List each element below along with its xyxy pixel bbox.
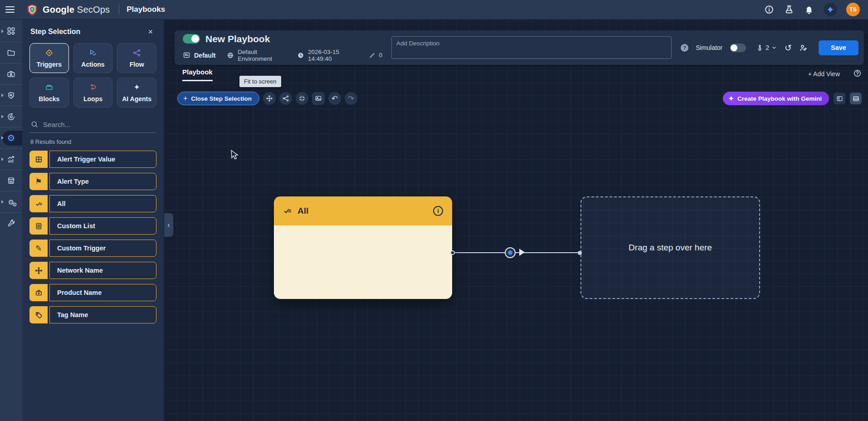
category-actions[interactable]: Actions: [73, 43, 113, 73]
nav-item-apps[interactable]: [0, 20, 22, 42]
playbook-run-count: 0: [379, 52, 383, 59]
help-button[interactable]: [853, 69, 862, 78]
chart-icon: [7, 155, 15, 164]
version-selector[interactable]: 2: [756, 44, 777, 52]
undo-icon: ↶: [332, 95, 338, 103]
top-app-bar: Google SecOps Playbooks TS: [0, 0, 868, 20]
description-field-wrap: [391, 36, 672, 59]
network-hub-icon: [29, 262, 48, 279]
nav-item-settings-active[interactable]: ⚙: [0, 127, 22, 148]
version-history-button[interactable]: ↺: [785, 44, 792, 52]
category-loops[interactable]: Loops: [73, 78, 113, 108]
playbook-timestamp: 2026-03-15 14:49:40: [308, 49, 357, 62]
category-ai-agents[interactable]: ✦ AI Agents: [117, 78, 156, 108]
nav-item-response[interactable]: [0, 106, 22, 127]
collapse-panel-handle[interactable]: ‹: [164, 213, 173, 237]
step-item-label: Alert Type: [57, 178, 89, 185]
create-playbook-with-gemini-button[interactable]: ✦ Create Playbook with Gemini: [723, 92, 829, 105]
main-menu-button[interactable]: [0, 0, 20, 20]
folder-card-icon: [183, 51, 190, 59]
add-view-button[interactable]: + Add View: [808, 70, 840, 78]
plus-icon: +: [183, 94, 187, 103]
nav-item-marketplace[interactable]: [0, 170, 22, 191]
list-view-button[interactable]: [850, 93, 862, 104]
board-view-icon: [836, 95, 843, 102]
step-selection-panel: Step Selection × Triggers Actions Flow B…: [22, 20, 164, 421]
chevron-left-icon: ‹: [167, 221, 170, 229]
category-triggers[interactable]: Triggers: [29, 43, 69, 73]
blocks-brick-icon: [45, 83, 54, 92]
canvas-toolbar: + Close Step Selection ↶ ↷: [177, 92, 357, 105]
board-view-button[interactable]: [834, 93, 845, 104]
simulator-toggle[interactable]: [730, 44, 746, 52]
info-button[interactable]: [764, 4, 775, 15]
nav-item-analytics[interactable]: [0, 148, 22, 170]
notifications-button[interactable]: [804, 4, 814, 15]
ai-sparkle-icon: ✦: [134, 83, 140, 92]
nav-item-threat-search[interactable]: [0, 84, 22, 106]
gemini-assistant-button[interactable]: [824, 3, 837, 16]
expand-caret-icon: [1, 157, 4, 161]
step-search-input[interactable]: [43, 121, 156, 128]
gemini-sparkle-icon: [826, 5, 834, 14]
pan-move-button[interactable]: [263, 92, 276, 105]
redo-button[interactable]: ↷: [345, 92, 357, 105]
info-icon: [764, 5, 774, 15]
product-name: Google SecOps: [43, 5, 110, 15]
nav-item-integrations[interactable]: ⚙⚙: [0, 191, 22, 212]
step-search: [29, 117, 156, 133]
fit-to-screen-tooltip: Fit to screen: [239, 76, 281, 87]
nav-item-cases[interactable]: [0, 63, 22, 84]
step-item-label: Custom List: [57, 222, 95, 230]
branch-nodes-icon: [282, 95, 289, 102]
trigger-node-header: All i: [274, 196, 452, 225]
user-avatar[interactable]: TS: [846, 3, 860, 16]
search-icon: [30, 120, 39, 128]
close-panel-button[interactable]: ×: [145, 27, 156, 37]
gears-icon: ⚙⚙: [8, 199, 14, 206]
product-name-strong: Google: [43, 5, 74, 15]
undo-button[interactable]: ↶: [328, 92, 341, 105]
step-item-product-name[interactable]: Product Name: [29, 284, 156, 301]
edge-source-port[interactable]: [450, 250, 455, 255]
version-count: 2: [766, 44, 769, 51]
nav-item-investigations[interactable]: [0, 42, 22, 63]
edge-midpoint-handle[interactable]: [505, 247, 516, 258]
drop-placeholder-text: Drag a step over here: [629, 243, 712, 253]
close-step-selection-button[interactable]: + Close Step Selection: [177, 92, 259, 105]
tab-playbook[interactable]: Playbook: [182, 68, 213, 81]
nav-item-tools[interactable]: [0, 212, 22, 234]
step-item-alert-type[interactable]: ⚑ Alert Type: [29, 173, 156, 190]
playbook-enabled-toggle[interactable]: [183, 34, 200, 44]
document-icon: [29, 217, 48, 235]
step-item-custom-list[interactable]: Custom List: [29, 217, 156, 235]
step-item-alert-trigger-value[interactable]: Alert Trigger Value: [29, 151, 156, 168]
mouse-cursor: [230, 150, 240, 161]
step-item-all[interactable]: All: [29, 195, 156, 212]
snapshot-button[interactable]: [312, 92, 325, 105]
playbook-meta-row: Default Default Environment 2026-03-15 1…: [183, 49, 382, 62]
category-flow[interactable]: Flow: [117, 43, 156, 73]
simulator-help-icon[interactable]: ?: [681, 44, 688, 52]
labs-button[interactable]: [784, 4, 795, 15]
node-info-button[interactable]: i: [433, 206, 443, 216]
auto-layout-button[interactable]: [279, 92, 292, 105]
category-blocks[interactable]: Blocks: [29, 78, 69, 108]
save-button[interactable]: Save: [819, 40, 858, 55]
page-title: Playbooks: [127, 5, 165, 14]
description-input[interactable]: [391, 36, 672, 59]
fit-to-screen-button[interactable]: [296, 92, 308, 105]
step-item-custom-trigger[interactable]: ✎ Custom Trigger: [29, 240, 156, 257]
trigger-node-all[interactable]: All i: [274, 196, 452, 299]
playbook-canvas[interactable]: ‹ New Playbook Default Default Environme…: [164, 20, 868, 421]
brand[interactable]: Google SecOps: [26, 4, 110, 15]
step-item-label: All: [57, 200, 66, 207]
step-item-network-name[interactable]: Network Name: [29, 262, 156, 279]
permissions-button[interactable]: [799, 44, 808, 52]
step-item-tag-name[interactable]: Tag Name: [29, 306, 156, 323]
drop-placeholder-node[interactable]: Drag a step over here: [580, 196, 760, 299]
edge-handle-dot: [508, 250, 512, 255]
secops-shield-logo-icon: [26, 4, 38, 15]
compress-icon: [298, 95, 306, 102]
edge-target-port[interactable]: [578, 251, 582, 255]
